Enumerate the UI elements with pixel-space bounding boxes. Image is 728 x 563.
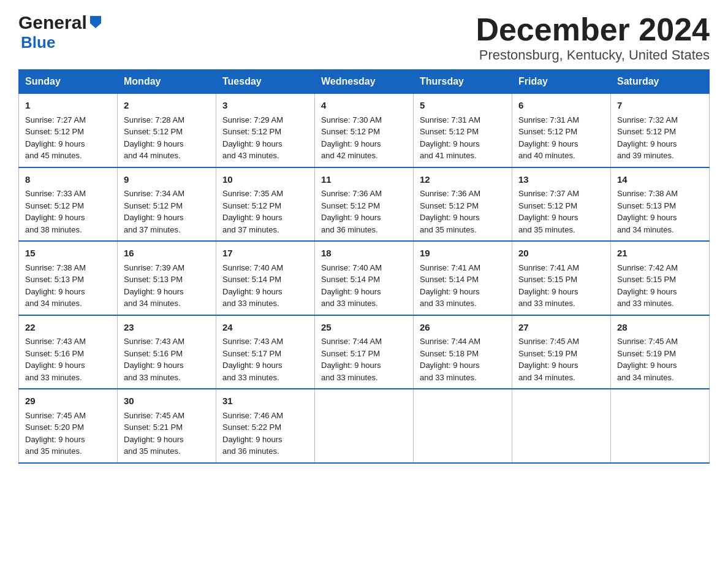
sunset-text: Sunset: 5:12 PM: [25, 127, 84, 136]
sunrise-text: Sunrise: 7:35 AM: [222, 189, 283, 198]
daylight-text: Daylight: 9 hours: [222, 213, 282, 222]
sunset-text: Sunset: 5:12 PM: [25, 201, 84, 210]
sunset-text: Sunset: 5:12 PM: [124, 201, 183, 210]
day-number: 22: [25, 321, 111, 335]
sunrise-text: Sunrise: 7:45 AM: [124, 411, 184, 420]
weekday-header-friday: Friday: [512, 70, 611, 94]
daylight-text2: and 33 minutes.: [321, 373, 378, 382]
calendar-cell: [611, 389, 710, 463]
calendar-cell: 29 Sunrise: 7:45 AM Sunset: 5:20 PM Dayl…: [19, 389, 118, 463]
daylight-text2: and 41 minutes.: [420, 151, 477, 160]
calendar-cell: 2 Sunrise: 7:28 AM Sunset: 5:12 PM Dayli…: [118, 94, 216, 167]
day-number: 20: [518, 247, 604, 261]
daylight-text2: and 36 minutes.: [222, 446, 279, 456]
day-number: 12: [420, 173, 506, 187]
calendar-cell: [315, 389, 414, 463]
logo-arrow-icon: [89, 15, 102, 31]
day-number: 14: [617, 173, 703, 187]
daylight-text2: and 35 minutes.: [420, 225, 477, 234]
daylight-text2: and 35 minutes.: [518, 225, 575, 234]
daylight-text2: and 33 minutes.: [222, 299, 279, 308]
weekday-header-tuesday: Tuesday: [216, 70, 315, 94]
daylight-text: Daylight: 9 hours: [25, 435, 85, 444]
sunset-text: Sunset: 5:14 PM: [321, 275, 380, 284]
sunset-text: Sunset: 5:12 PM: [617, 127, 676, 136]
daylight-text: Daylight: 9 hours: [617, 139, 677, 148]
calendar-cell: 26 Sunrise: 7:44 AM Sunset: 5:18 PM Dayl…: [414, 315, 512, 389]
daylight-text: Daylight: 9 hours: [222, 139, 282, 148]
calendar-cell: 18 Sunrise: 7:40 AM Sunset: 5:14 PM Dayl…: [315, 241, 414, 315]
sunset-text: Sunset: 5:12 PM: [420, 127, 479, 136]
svg-marker-0: [90, 16, 101, 28]
title-block: December 2024 Prestonsburg, Kentucky, Un…: [476, 12, 710, 63]
daylight-text2: and 34 minutes.: [25, 299, 82, 308]
day-number: 21: [617, 247, 703, 261]
day-number: 9: [124, 173, 210, 187]
sunrise-text: Sunrise: 7:31 AM: [420, 115, 480, 124]
sunset-text: Sunset: 5:12 PM: [222, 201, 281, 210]
daylight-text: Daylight: 9 hours: [518, 287, 578, 296]
sunset-text: Sunset: 5:12 PM: [124, 127, 183, 136]
sunrise-text: Sunrise: 7:40 AM: [222, 263, 283, 272]
day-number: 17: [222, 247, 308, 261]
daylight-text2: and 33 minutes.: [25, 373, 82, 382]
calendar-cell: 27 Sunrise: 7:45 AM Sunset: 5:19 PM Dayl…: [512, 315, 611, 389]
sunrise-text: Sunrise: 7:32 AM: [617, 115, 678, 124]
page-title: December 2024: [476, 12, 710, 47]
day-number: 18: [321, 247, 407, 261]
daylight-text: Daylight: 9 hours: [124, 287, 184, 296]
daylight-text: Daylight: 9 hours: [321, 139, 381, 148]
sunset-text: Sunset: 5:15 PM: [518, 275, 577, 284]
page-subtitle: Prestonsburg, Kentucky, United States: [476, 47, 710, 63]
sunset-text: Sunset: 5:21 PM: [124, 423, 183, 432]
daylight-text: Daylight: 9 hours: [617, 287, 677, 296]
calendar-cell: 3 Sunrise: 7:29 AM Sunset: 5:12 PM Dayli…: [216, 94, 315, 167]
daylight-text: Daylight: 9 hours: [420, 139, 480, 148]
daylight-text: Daylight: 9 hours: [518, 361, 578, 370]
sunrise-text: Sunrise: 7:45 AM: [518, 337, 579, 346]
daylight-text: Daylight: 9 hours: [25, 361, 85, 370]
calendar-cell: 1 Sunrise: 7:27 AM Sunset: 5:12 PM Dayli…: [19, 94, 118, 167]
sunrise-text: Sunrise: 7:27 AM: [25, 115, 86, 124]
calendar-week-row: 8 Sunrise: 7:33 AM Sunset: 5:12 PM Dayli…: [19, 167, 710, 242]
calendar-cell: 22 Sunrise: 7:43 AM Sunset: 5:16 PM Dayl…: [19, 315, 118, 389]
daylight-text: Daylight: 9 hours: [420, 361, 480, 370]
daylight-text: Daylight: 9 hours: [25, 287, 85, 296]
daylight-text2: and 33 minutes.: [420, 373, 477, 382]
sunset-text: Sunset: 5:12 PM: [518, 201, 577, 210]
day-number: 15: [25, 247, 111, 261]
daylight-text: Daylight: 9 hours: [518, 139, 578, 148]
calendar-cell: 21 Sunrise: 7:42 AM Sunset: 5:15 PM Dayl…: [611, 241, 710, 315]
calendar-week-row: 22 Sunrise: 7:43 AM Sunset: 5:16 PM Dayl…: [19, 315, 710, 389]
calendar-cell: 28 Sunrise: 7:45 AM Sunset: 5:19 PM Dayl…: [611, 315, 710, 389]
daylight-text2: and 33 minutes.: [420, 299, 477, 308]
calendar-cell: 4 Sunrise: 7:30 AM Sunset: 5:12 PM Dayli…: [315, 94, 414, 167]
sunrise-text: Sunrise: 7:41 AM: [420, 263, 480, 272]
sunset-text: Sunset: 5:20 PM: [25, 423, 84, 432]
sunset-text: Sunset: 5:14 PM: [420, 275, 479, 284]
daylight-text: Daylight: 9 hours: [124, 435, 184, 444]
calendar-week-row: 15 Sunrise: 7:38 AM Sunset: 5:13 PM Dayl…: [19, 241, 710, 315]
day-number: 30: [124, 394, 210, 408]
calendar-cell: 30 Sunrise: 7:45 AM Sunset: 5:21 PM Dayl…: [118, 389, 216, 463]
daylight-text2: and 44 minutes.: [124, 151, 181, 160]
calendar-cell: 9 Sunrise: 7:34 AM Sunset: 5:12 PM Dayli…: [118, 167, 216, 242]
day-number: 4: [321, 99, 407, 113]
daylight-text: Daylight: 9 hours: [617, 361, 677, 370]
day-number: 16: [124, 247, 210, 261]
calendar-cell: 17 Sunrise: 7:40 AM Sunset: 5:14 PM Dayl…: [216, 241, 315, 315]
calendar-cell: 13 Sunrise: 7:37 AM Sunset: 5:12 PM Dayl…: [512, 167, 611, 242]
calendar-cell: 11 Sunrise: 7:36 AM Sunset: 5:12 PM Dayl…: [315, 167, 414, 242]
day-number: 31: [222, 394, 308, 408]
sunset-text: Sunset: 5:18 PM: [420, 349, 479, 358]
daylight-text: Daylight: 9 hours: [321, 287, 381, 296]
sunrise-text: Sunrise: 7:44 AM: [420, 337, 480, 346]
day-number: 29: [25, 394, 111, 408]
sunset-text: Sunset: 5:17 PM: [222, 349, 281, 358]
sunrise-text: Sunrise: 7:34 AM: [124, 189, 184, 198]
calendar-cell: 19 Sunrise: 7:41 AM Sunset: 5:14 PM Dayl…: [414, 241, 512, 315]
sunrise-text: Sunrise: 7:33 AM: [25, 189, 86, 198]
daylight-text2: and 43 minutes.: [222, 151, 279, 160]
sunset-text: Sunset: 5:12 PM: [420, 201, 479, 210]
logo: General Blue: [18, 12, 102, 52]
